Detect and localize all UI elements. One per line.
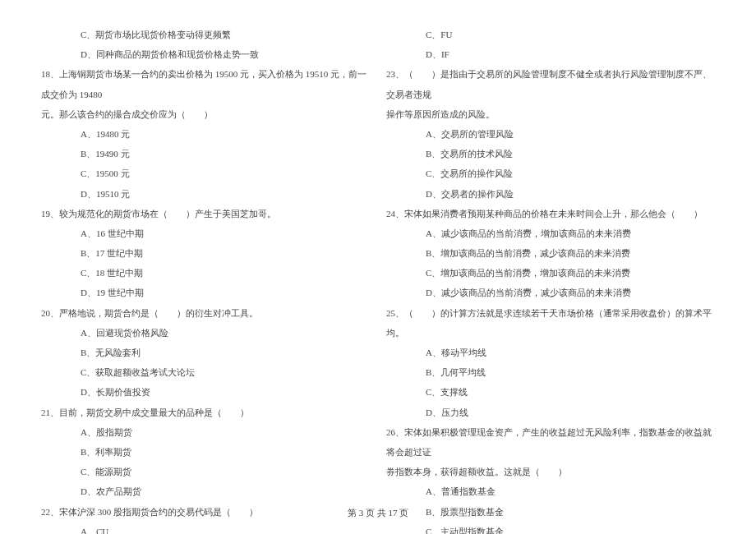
text-line: B、增加该商品的当前消费，减少该商品的未来消费 [386, 243, 715, 263]
text-line: 26、宋体如果积极管理现金资产，产生的收益超过无风险利率，指数基金的收益就将会超… [386, 422, 715, 462]
text-line: 券指数本身，获得超额收益。这就是（ ） [386, 462, 715, 481]
text-line: D、19 世纪中期 [41, 283, 370, 302]
text-line: D、同种商品的期货价格和现货价格走势一致 [41, 44, 370, 64]
text-line: C、支撑线 [386, 382, 715, 402]
text-line: 20、严格地说，期货合约是（ ）的衍生对冲工具。 [41, 303, 370, 323]
text-line: B、19490 元 [41, 144, 370, 163]
text-line: C、能源期货 [41, 462, 370, 481]
text-line: A、19480 元 [41, 124, 370, 144]
text-line: C、FU [386, 25, 715, 44]
text-line: A、股指期货 [41, 422, 370, 442]
text-line: D、19510 元 [41, 184, 370, 204]
text-line: C、获取超额收益考试大论坛 [41, 362, 370, 382]
page-footer: 第 3 页 共 17 页 [0, 507, 756, 519]
text-line: 操作等原因所造成的风险。 [386, 104, 715, 124]
text-line: C、期货市场比现货价格变动得更频繁 [41, 25, 370, 44]
text-line: B、无风险套利 [41, 343, 370, 362]
text-line: 元。那么该合约的撮合成交价应为（ ） [41, 104, 370, 124]
text-line: 23、（ ）是指由于交易所的风险管理制度不健全或者执行风险管理制度不严、交易者违… [386, 64, 715, 104]
text-line: C、18 世纪中期 [41, 263, 370, 283]
text-line: D、交易者的操作风险 [386, 184, 715, 204]
text-line: 19、较为规范化的期货市场在（ ）产生于美国芝加哥。 [41, 204, 370, 223]
text-line: 18、上海铜期货市场某一合约的卖出价格为 19500 元，买入价格为 19510… [41, 64, 370, 104]
text-line: C、19500 元 [41, 163, 370, 183]
text-line: A、16 世纪中期 [41, 223, 370, 243]
page-content: C、期货市场比现货价格变动得更频繁D、同种商品的期货价格和现货价格走势一致18、… [0, 0, 756, 534]
text-line: A、移动平均线 [386, 343, 715, 362]
text-line: C、主动型指数基金 [386, 522, 715, 534]
text-line: B、17 世纪中期 [41, 243, 370, 263]
text-line: C、增加该商品的当前消费，增加该商品的未来消费 [386, 263, 715, 283]
text-line: B、交易所的技术风险 [386, 144, 715, 163]
text-line: A、减少该商品的当前消费，增加该商品的未来消费 [386, 223, 715, 243]
text-line: B、利率期货 [41, 442, 370, 462]
text-line: D、IF [386, 44, 715, 64]
text-line: D、压力线 [386, 403, 715, 422]
text-line: A、普通指数基金 [386, 481, 715, 501]
left-column: C、期货市场比现货价格变动得更频繁D、同种商品的期货价格和现货价格走势一致18、… [33, 25, 378, 534]
text-line: 21、目前，期货交易中成交量最大的品种是（ ） [41, 403, 370, 422]
text-line: C、交易所的操作风险 [386, 163, 715, 183]
text-line: B、几何平均线 [386, 362, 715, 382]
text-line: 25、（ ）的计算方法就是求连续若干天市场价格（通常采用收盘价）的算术平均。 [386, 303, 715, 343]
text-line: D、减少该商品的当前消费，减少该商品的未来消费 [386, 283, 715, 302]
text-line: D、农产品期货 [41, 481, 370, 501]
text-line: A、交易所的管理风险 [386, 124, 715, 144]
text-line: A、回避现货价格风险 [41, 323, 370, 343]
text-line: D、长期价值投资 [41, 382, 370, 402]
text-line: 24、宋体如果消费者预期某种商品的价格在未来时间会上升，那么他会（ ） [386, 204, 715, 223]
right-column: C、FUD、IF23、（ ）是指由于交易所的风险管理制度不健全或者执行风险管理制… [378, 25, 723, 534]
text-line: A、CU [41, 522, 370, 534]
